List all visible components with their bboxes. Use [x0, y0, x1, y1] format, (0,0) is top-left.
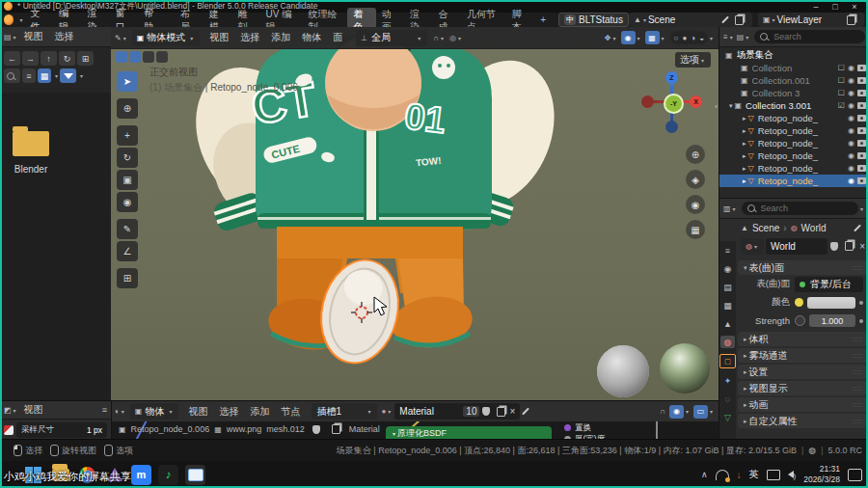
camera-icon[interactable]	[857, 115, 866, 122]
headset-icon[interactable]	[716, 470, 729, 480]
pan-hand-icon[interactable]: ◈	[686, 170, 705, 189]
material-sphere-icon[interactable]: ●	[381, 407, 386, 416]
displacement-socket-icon[interactable]	[564, 424, 571, 431]
gizmo-x-ball[interactable]: X	[690, 95, 702, 108]
principled-bsdf-node[interactable]: ▾原理化BSDF	[386, 426, 552, 440]
camera-icon[interactable]	[857, 102, 866, 109]
slot-selector[interactable]: 插槽1▾	[312, 403, 377, 420]
surface-panel-header[interactable]: ▾ 表(曲)面 ::::	[738, 260, 867, 275]
tab-render-icon[interactable]: ◉	[720, 262, 735, 275]
shading-solid-icon[interactable]: ●	[682, 34, 687, 42]
exclude-checkbox-icon[interactable]: ☐	[838, 64, 845, 72]
color-swatch[interactable]	[807, 297, 855, 309]
collapse-arrow-icon[interactable]: ▸	[743, 115, 746, 122]
mode-selector[interactable]: ▣ 物体模式 ▾	[132, 30, 201, 46]
eye-icon[interactable]: ◉	[848, 89, 854, 97]
eye-icon[interactable]: ◉	[848, 101, 854, 110]
outliner-row-object[interactable]: ▸ ▽ Retopo_node_ ◉	[719, 162, 868, 175]
outliner-row-object[interactable]: ▸ ▽ Retopo_node_ ◉	[719, 137, 868, 149]
shading-wireframe-icon[interactable]: ○	[674, 34, 679, 42]
file-select-menu[interactable]: 选择	[49, 29, 80, 44]
camera-icon[interactable]	[857, 165, 866, 172]
thumbnail-view-icon[interactable]: ▦	[38, 68, 51, 83]
navigation-gizmo[interactable]: Z X -Y	[643, 73, 701, 131]
download-arrow-icon[interactable]: ↓	[737, 470, 742, 480]
eye-icon[interactable]: ◉	[848, 114, 854, 122]
outliner-row-collection[interactable]: ▣ Collection ☐◉	[719, 62, 868, 74]
folder-item[interactable]: Blender	[13, 131, 49, 175]
exclude-checkbox-icon[interactable]: ☐	[838, 89, 845, 97]
world-name-field[interactable]: World	[766, 238, 827, 255]
outliner-filter-icon[interactable]: ▤	[737, 33, 745, 41]
fake-user-shield-icon[interactable]	[830, 242, 838, 251]
context-mesh[interactable]: mesh.012	[266, 424, 305, 434]
camera-icon[interactable]	[857, 127, 866, 134]
slot-display-icon[interactable]: ▭	[693, 405, 708, 419]
rotate-tool[interactable]: ↻	[117, 148, 138, 168]
outliner-row-object-selected[interactable]: ▸ ▽ Retopo_node_ ◉	[719, 175, 868, 187]
expand-arrow-icon[interactable]: ▾	[729, 102, 733, 110]
measure-tool[interactable]: ∠	[117, 241, 138, 261]
up-icon[interactable]: ↑	[41, 51, 57, 66]
move-tool[interactable]: +	[117, 125, 138, 146]
outliner-row-scene-collection[interactable]: ▣ 场景集合	[719, 49, 868, 62]
eye-icon[interactable]: ◉	[848, 126, 854, 135]
shader-node-area[interactable]: ▣ Retopo_node_0.006 ▦ www.png mesh.012 M…	[111, 421, 719, 440]
mini-view-menu[interactable]: 视图	[18, 402, 49, 418]
users-count-badge[interactable]: 10	[463, 406, 479, 417]
eye-icon[interactable]: ◉	[848, 139, 854, 148]
collapse-arrow-icon[interactable]: ▸	[743, 127, 746, 135]
select-mode-icon-3[interactable]	[143, 51, 154, 63]
pin-icon[interactable]	[854, 224, 861, 231]
cast-screen-icon[interactable]	[767, 470, 780, 480]
tab-scene-icon[interactable]: ▲	[720, 317, 735, 330]
strength-slider[interactable]: 1.000	[809, 314, 855, 327]
ime-language-indicator[interactable]: 英	[749, 468, 759, 481]
tab-tool-icon[interactable]: ≡	[720, 244, 735, 257]
pin-icon[interactable]	[522, 408, 529, 416]
snap-magnet-icon[interactable]: ∩	[660, 407, 665, 416]
context-material[interactable]: Material	[349, 424, 380, 434]
taskbar-music-icon[interactable]: ♪	[158, 465, 178, 485]
unlink-icon[interactable]: ×	[859, 241, 865, 252]
camera-icon[interactable]	[857, 77, 866, 84]
face-menu[interactable]: 面	[327, 30, 348, 45]
taskbar-active-app-icon[interactable]	[185, 465, 205, 485]
copy-icon[interactable]	[845, 241, 854, 251]
select-mode-icon-2[interactable]	[129, 51, 141, 63]
proportional-edit-icon[interactable]: ◎	[449, 34, 456, 42]
shading-material-icon[interactable]: ◑	[691, 34, 695, 42]
transform-orientation[interactable]: ⊥ 全局 ▾	[356, 30, 427, 46]
gizmo-z-neg-ball[interactable]	[665, 121, 678, 133]
scale-tool[interactable]: ▣	[117, 170, 138, 190]
tab-viewlayer-icon[interactable]: ▦	[720, 299, 735, 312]
editor-type-icon[interactable]: ✎	[115, 34, 122, 42]
chevron-down-icon[interactable]: ▾	[80, 72, 83, 79]
camera-view-icon[interactable]: ◉	[686, 195, 705, 214]
outliner-row-object[interactable]: ▸ ▽ Retopo_node_ ◉	[719, 124, 868, 137]
exclude-checkbox-icon[interactable]: ☐	[838, 76, 845, 85]
select-mode-icon-1[interactable]	[116, 51, 127, 63]
world-browse-button[interactable]: ◍▾	[741, 238, 764, 255]
panel-viewport-display[interactable]: ▸视图显示::::	[738, 381, 867, 395]
tab-world-icon[interactable]: ◍	[720, 336, 735, 348]
gizmo-z-ball[interactable]: Z	[665, 71, 678, 84]
scene-selector[interactable]: ▲▾ Scene	[629, 13, 752, 27]
annotate-tool[interactable]: ✎	[117, 219, 138, 239]
panel-animation[interactable]: ▸动画::::	[738, 397, 867, 412]
animate-dot-icon[interactable]	[859, 301, 863, 305]
sidebar-toggle-icon[interactable]: ‹	[715, 102, 718, 111]
camera-icon[interactable]	[857, 140, 866, 147]
tray-clock[interactable]: 21:31 2026/3/28	[803, 464, 840, 484]
blender-app-icon[interactable]	[4, 14, 14, 25]
exclude-checkbox-icon[interactable]: ☑	[838, 101, 845, 110]
tab-modifiers-icon[interactable]: ✦	[720, 374, 735, 387]
outliner-search-input[interactable]	[772, 31, 843, 42]
outliner-row-collection-active[interactable]: ▾ ▣ Collection 3.001 ☑◉	[719, 99, 868, 112]
file-view-menu[interactable]: 视图	[18, 29, 49, 44]
transform-tool[interactable]: ◉	[117, 192, 138, 212]
eye-icon[interactable]: ◉	[848, 176, 854, 185]
speaker-icon[interactable]: )	[788, 470, 797, 480]
outliner-row-collection[interactable]: ▣ Collection 3 ☐◉	[719, 87, 868, 99]
tab-physics-icon[interactable]: ◌	[720, 393, 735, 405]
